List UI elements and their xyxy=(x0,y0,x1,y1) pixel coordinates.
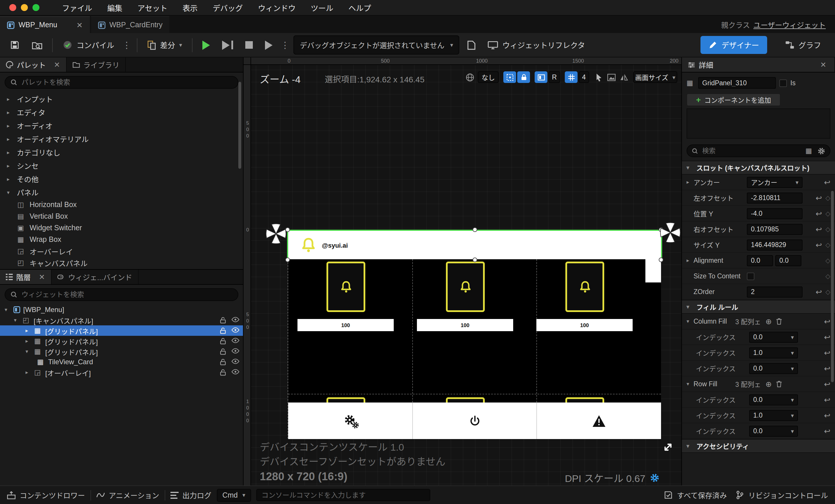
preview-globe-button[interactable] xyxy=(464,71,475,83)
respect-locks-button[interactable]: R xyxy=(549,71,560,83)
card-widget[interactable] xyxy=(565,262,604,312)
lock-icon[interactable] xyxy=(220,338,226,344)
zorder-input[interactable]: 2 xyxy=(747,286,802,297)
close-panel-icon[interactable]: ✕ xyxy=(820,60,829,69)
revert-icon[interactable]: ↩ xyxy=(816,287,822,296)
preview-background-icon[interactable] xyxy=(605,71,617,83)
hierarchy-row-canvas-panel[interactable]: ▾◰ [キャンバスパネル] xyxy=(0,315,243,325)
close-window-button[interactable] xyxy=(9,4,16,11)
revision-control-button[interactable]: リビジョンコントロール xyxy=(736,489,828,501)
card-grid-area[interactable]: 100 100 100 xyxy=(288,259,661,403)
outline-toggle-button[interactable] xyxy=(535,71,547,83)
property-matrix-icon[interactable]: ▦ xyxy=(806,147,814,155)
parent-class-link[interactable]: ユーザーウィジェット xyxy=(753,19,826,30)
hierarchy-row-wbp-menu[interactable]: ▾ [WBP_Menu] xyxy=(0,304,243,315)
close-tab-icon[interactable]: ✕ xyxy=(76,21,83,29)
zoom-window-button[interactable] xyxy=(33,4,39,11)
resize-handle[interactable] xyxy=(473,227,477,232)
section-fill-rules[interactable]: ▾フィル ルール xyxy=(682,300,835,314)
revert-icon[interactable]: ↩ xyxy=(816,209,822,218)
revert-icon[interactable]: ↩ xyxy=(824,395,830,404)
palette-group-uncategorized[interactable]: ▸カテゴリなし xyxy=(0,146,243,159)
stop-button[interactable] xyxy=(241,38,257,52)
palette-group-other[interactable]: ▸その他 xyxy=(0,172,243,186)
expand-caret[interactable]: ▸ xyxy=(687,179,693,185)
diagonal-resize-handle-icon[interactable] xyxy=(662,441,674,453)
menu-view[interactable]: 表示 xyxy=(175,2,205,13)
lock-icon[interactable] xyxy=(220,327,226,334)
column-index-0-dropdown[interactable]: 0.0▾ xyxy=(749,331,798,342)
resize-handle[interactable] xyxy=(285,258,290,262)
revert-icon[interactable]: ↩ xyxy=(824,317,830,326)
card-widget[interactable] xyxy=(446,397,485,403)
diff-button[interactable]: 差分 ▾ xyxy=(143,37,186,53)
tab-wbp-cardentry[interactable]: WBP_CardEntry xyxy=(91,16,169,33)
animation-button[interactable]: アニメーション xyxy=(96,489,159,501)
section-slot[interactable]: ▾スロット (キャンバスパネルスロット) xyxy=(682,161,835,175)
palette-item-horizontal-box[interactable]: ◫Horizontal Box xyxy=(0,199,243,210)
size-y-input[interactable]: 146.449829 xyxy=(747,239,802,250)
screen-size-dropdown[interactable]: 画面サイズ ▾ xyxy=(633,71,677,83)
palette-item-vertical-box[interactable]: ▤Vertical Box xyxy=(0,210,243,222)
selected-header-widget[interactable]: @syui.ai xyxy=(288,231,661,259)
lock-icon[interactable] xyxy=(220,369,226,376)
widget-name-input[interactable] xyxy=(698,77,776,89)
tab-details[interactable]: 詳細 ✕ xyxy=(682,57,835,72)
menu-tools[interactable]: ツール xyxy=(303,2,341,13)
settings-cell[interactable] xyxy=(288,403,412,439)
card-widget[interactable] xyxy=(326,397,365,403)
dpi-scale-indicator[interactable]: DPI スケール 0.67 xyxy=(565,470,659,485)
row-index-1-dropdown[interactable]: 1.0▾ xyxy=(749,410,798,421)
designer-mode-button[interactable]: デザイナー xyxy=(700,36,767,54)
hierarchy-row-grid-panel-3[interactable]: ▾▦ [グリッドパネル] xyxy=(0,346,243,357)
palette-item-wrap-box[interactable]: ▦Wrap Box xyxy=(0,234,243,245)
debug-object-dropdown[interactable]: デバッグオブジェクトが選択されていません ▾ xyxy=(293,35,460,55)
skip-button[interactable] xyxy=(261,37,277,53)
visibility-eye-icon[interactable] xyxy=(231,369,240,376)
revert-icon[interactable]: ↩ xyxy=(816,225,822,234)
anchor-dropdown[interactable]: アンカー▾ xyxy=(747,177,802,188)
menu-asset[interactable]: アセット xyxy=(130,2,175,13)
row-index-2-dropdown[interactable]: 0.0▾ xyxy=(749,425,798,437)
resize-handle[interactable] xyxy=(659,258,664,262)
menu-file[interactable]: ファイル xyxy=(55,2,100,13)
output-log-button[interactable]: 出力ログ xyxy=(170,489,211,501)
minimize-window-button[interactable] xyxy=(21,4,28,11)
hierarchy-row-overlay[interactable]: ▸◲ [オーバーレイ] xyxy=(0,367,243,378)
grid-snap-value[interactable]: 4 xyxy=(579,71,589,83)
settings-gear-icon[interactable] xyxy=(818,147,825,155)
step-button[interactable] xyxy=(218,37,237,53)
palette-group-editor[interactable]: ▸エディタ xyxy=(0,105,243,119)
revert-icon[interactable]: ↩ xyxy=(824,380,830,388)
palette-scrollbar[interactable] xyxy=(238,82,241,169)
bind-diamond-icon[interactable]: ◇ xyxy=(826,288,830,296)
lock-icon[interactable] xyxy=(220,317,226,324)
expand-caret[interactable]: ▾ xyxy=(687,381,693,387)
close-panel-icon[interactable]: ✕ xyxy=(39,273,45,281)
menu-window[interactable]: ウィンドウ xyxy=(250,2,303,13)
hierarchy-search-input[interactable] xyxy=(21,290,232,299)
compile-button[interactable]: コンパイル xyxy=(59,37,118,53)
bind-diamond-icon[interactable]: ◇ xyxy=(826,272,830,280)
grid-snap-size-button[interactable] xyxy=(565,71,577,83)
column-index-2-dropdown[interactable]: 0.0▾ xyxy=(749,363,798,374)
bind-diamond-icon[interactable]: ◇ xyxy=(826,225,830,233)
cursor-tool-icon[interactable] xyxy=(593,71,604,83)
palette-group-panel[interactable]: ▾パネル xyxy=(0,186,243,199)
designer-viewport[interactable]: 0 500 1000 1500 200 500 0 500 1000 ズーム -… xyxy=(244,57,681,485)
expand-caret[interactable]: ▾ xyxy=(687,318,693,324)
expand-caret[interactable]: ▸ xyxy=(687,258,693,263)
palette-item-overlay[interactable]: ◲オーバーレイ xyxy=(0,245,243,257)
row-index-0-dropdown[interactable]: 0.0▾ xyxy=(749,394,798,405)
revert-icon[interactable]: ↩ xyxy=(824,348,830,357)
snap-grid-button[interactable] xyxy=(503,71,516,83)
alignment-y-input[interactable]: 0.0 xyxy=(775,255,801,266)
revert-icon[interactable]: ↩ xyxy=(824,178,830,186)
anchor-handle-right-icon[interactable] xyxy=(659,222,681,244)
resize-handle[interactable] xyxy=(473,258,477,262)
bind-diamond-icon[interactable]: ◇ xyxy=(826,257,830,264)
alert-cell[interactable] xyxy=(537,403,661,439)
tab-library[interactable]: ライブラリ xyxy=(66,57,126,72)
visibility-eye-icon[interactable] xyxy=(231,327,240,334)
details-search-input[interactable] xyxy=(702,147,801,154)
